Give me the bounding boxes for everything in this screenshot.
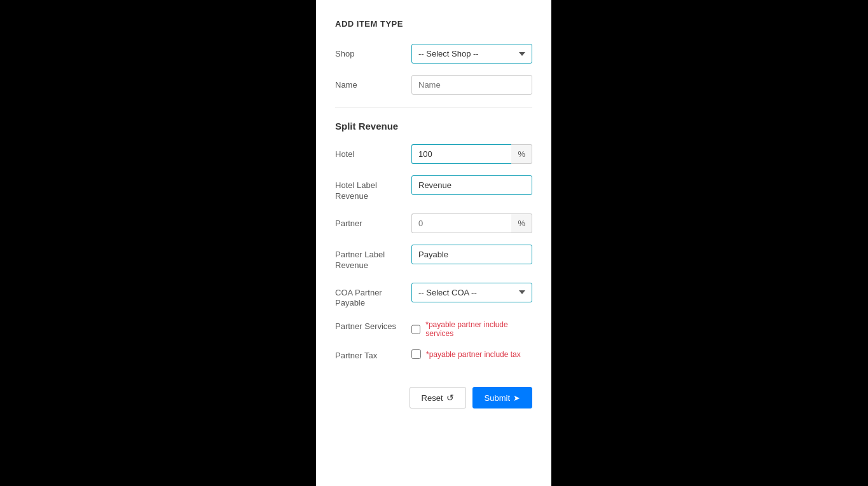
partner-input-group: % — [411, 213, 532, 233]
name-label: Name — [335, 75, 411, 91]
partner-suffix: % — [511, 213, 532, 233]
reset-button[interactable]: Reset ↺ — [410, 387, 466, 408]
partner-label-revenue-input[interactable] — [411, 245, 532, 264]
submit-button[interactable]: Submit ➤ — [472, 387, 532, 408]
partner-services-hint: *payable partner include services — [425, 320, 532, 338]
hotel-row: Hotel % — [335, 144, 532, 164]
hotel-label-revenue-control — [411, 175, 532, 195]
coa-partner-payable-select[interactable]: -- Select COA -- — [411, 283, 532, 302]
partner-tax-label: Partner Tax — [335, 349, 411, 361]
coa-partner-payable-control: -- Select COA -- — [411, 283, 532, 302]
hotel-input[interactable] — [411, 144, 511, 164]
name-control — [411, 75, 532, 95]
name-input[interactable] — [411, 75, 532, 95]
partner-services-checkbox[interactable] — [411, 325, 420, 334]
shop-label: Shop — [335, 44, 411, 60]
partner-services-control: *payable partner include services — [411, 320, 532, 338]
divider-1 — [335, 107, 532, 108]
partner-label-revenue-control — [411, 245, 532, 264]
reset-button-label: Reset — [422, 393, 443, 403]
hotel-control: % — [411, 144, 532, 164]
partner-services-row: Partner Services *payable partner includ… — [335, 320, 532, 338]
partner-services-label: Partner Services — [335, 320, 411, 332]
split-revenue-title: Split Revenue — [335, 121, 532, 132]
hotel-suffix: % — [511, 144, 532, 164]
hotel-label-revenue-row: Hotel Label Revenue — [335, 175, 532, 202]
hotel-label-revenue-input[interactable] — [411, 175, 532, 195]
partner-tax-checkbox[interactable] — [411, 349, 421, 359]
button-row: Reset ↺ Submit ➤ — [335, 381, 532, 408]
shop-select[interactable]: -- Select Shop -- — [411, 44, 532, 64]
shop-control: -- Select Shop -- — [411, 44, 532, 64]
partner-tax-hint: *payable partner include tax — [426, 350, 521, 359]
submit-button-label: Submit — [485, 393, 510, 403]
hotel-label: Hotel — [335, 144, 411, 160]
partner-tax-control: *payable partner include tax — [411, 349, 532, 359]
partner-row: Partner % — [335, 213, 532, 233]
add-item-type-panel: ADD ITEM TYPE Shop -- Select Shop -- Nam… — [316, 0, 551, 486]
partner-tax-row: Partner Tax *payable partner include tax — [335, 349, 532, 361]
form-title: ADD ITEM TYPE — [335, 19, 532, 29]
coa-partner-payable-row: COA Partner Payable -- Select COA -- — [335, 283, 532, 309]
partner-input[interactable] — [411, 213, 511, 233]
partner-label: Partner — [335, 213, 411, 229]
hotel-label-revenue-label: Hotel Label Revenue — [335, 175, 411, 202]
reset-icon: ↺ — [446, 393, 454, 403]
partner-label-revenue-label: Partner Label Revenue — [335, 245, 411, 271]
coa-partner-payable-label: COA Partner Payable — [335, 283, 411, 309]
partner-control: % — [411, 213, 532, 233]
submit-icon: ➤ — [513, 393, 520, 403]
partner-label-revenue-row: Partner Label Revenue — [335, 245, 532, 271]
name-row: Name — [335, 75, 532, 95]
hotel-input-group: % — [411, 144, 532, 164]
shop-row: Shop -- Select Shop -- — [335, 44, 532, 64]
